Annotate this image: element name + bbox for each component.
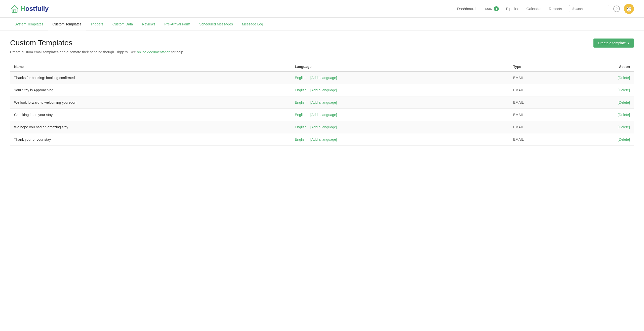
add-language-link[interactable]: [Add a language] <box>310 137 337 141</box>
template-language-cell: English [Add a language] <box>291 121 509 133</box>
svg-point-6 <box>629 8 631 9</box>
delete-link[interactable]: [Delete] <box>618 137 630 141</box>
logo: Hostfully <box>10 4 49 13</box>
help-icon[interactable]: ? <box>613 6 620 12</box>
create-template-button[interactable]: Create a template ▾ <box>593 39 634 48</box>
language-link[interactable]: English <box>295 76 306 80</box>
template-name-cell: We look forward to welcoming you soon <box>10 96 291 109</box>
tab-reviews[interactable]: Reviews <box>137 19 160 30</box>
language-link[interactable]: English <box>295 137 306 141</box>
language-link[interactable]: English <box>295 88 306 92</box>
delete-link[interactable]: [Delete] <box>618 125 630 129</box>
language-link[interactable]: English <box>295 100 306 104</box>
table-row: Thank you for your stay English [Add a l… <box>10 133 634 146</box>
template-name-cell: Thank you for your stay <box>10 133 291 146</box>
template-type-cell: EMAIL <box>509 96 572 109</box>
tab-triggers[interactable]: Triggers <box>86 19 108 30</box>
tab-custom-data[interactable]: Custom Data <box>108 19 138 30</box>
main-content: Custom Templates Create a template ▾ Cre… <box>0 30 644 154</box>
main-nav: Dashboard Inbox 1 Pipeline Calendar Repo… <box>457 6 562 11</box>
language-link[interactable]: English <box>295 125 306 129</box>
avatar[interactable] <box>624 4 634 14</box>
table-row: Checking in on your stay English [Add a … <box>10 109 634 121</box>
templates-table-container: Name Language Type Action Thanks for boo… <box>10 62 634 146</box>
add-language-link[interactable]: [Add a language] <box>310 76 337 80</box>
svg-marker-0 <box>11 5 18 12</box>
template-name-cell: Checking in on your stay <box>10 109 291 121</box>
template-name-cell: We hope you had an amazing stay <box>10 121 291 133</box>
table-row: We look forward to welcoming you soon En… <box>10 96 634 109</box>
template-type: EMAIL <box>513 76 524 80</box>
tabs-bar: System Templates Custom Templates Trigge… <box>0 19 644 30</box>
template-type: EMAIL <box>513 88 524 92</box>
svg-point-5 <box>627 8 628 9</box>
col-header-name: Name <box>10 62 291 71</box>
template-type-cell: EMAIL <box>509 71 572 84</box>
online-documentation-link[interactable]: online documentation <box>137 50 170 54</box>
template-language-cell: English [Add a language] <box>291 84 509 96</box>
template-type: EMAIL <box>513 125 524 129</box>
template-type: EMAIL <box>513 100 524 104</box>
language-link[interactable]: English <box>295 113 306 117</box>
template-type-cell: EMAIL <box>509 133 572 146</box>
add-language-link[interactable]: [Add a language] <box>310 125 337 129</box>
template-action-cell: [Delete] <box>572 84 634 96</box>
delete-link[interactable]: [Delete] <box>618 113 630 117</box>
delete-link[interactable]: [Delete] <box>618 100 630 104</box>
delete-link[interactable]: [Delete] <box>618 76 630 80</box>
template-type-cell: EMAIL <box>509 109 572 121</box>
template-type: EMAIL <box>513 113 524 117</box>
add-language-link[interactable]: [Add a language] <box>310 100 337 104</box>
templates-table: Name Language Type Action Thanks for boo… <box>10 62 634 146</box>
col-header-action: Action <box>572 62 634 71</box>
nav-reports[interactable]: Reports <box>549 7 562 11</box>
template-name-cell: Thanks for booking: booking confirmed <box>10 71 291 84</box>
template-action-cell: [Delete] <box>572 96 634 109</box>
tab-system-templates[interactable]: System Templates <box>10 19 48 30</box>
template-language-cell: English [Add a language] <box>291 96 509 109</box>
tab-pre-arrival-form[interactable]: Pre-Arrival Form <box>160 19 195 30</box>
avatar-icon <box>624 4 633 13</box>
table-row: We hope you had an amazing stay English … <box>10 121 634 133</box>
page-description: Create custom email templates and automa… <box>10 50 634 54</box>
logo-icon <box>10 4 19 13</box>
add-language-link[interactable]: [Add a language] <box>310 113 337 117</box>
page-header: Custom Templates Create a template ▾ <box>10 39 634 48</box>
header-right: ? <box>569 4 634 14</box>
tab-custom-templates[interactable]: Custom Templates <box>48 19 86 30</box>
table-header-row: Name Language Type Action <box>10 62 634 71</box>
template-type-cell: EMAIL <box>509 84 572 96</box>
template-type-cell: EMAIL <box>509 121 572 133</box>
template-action-cell: [Delete] <box>572 109 634 121</box>
nav-pipeline[interactable]: Pipeline <box>506 7 519 11</box>
template-language-cell: English [Add a language] <box>291 133 509 146</box>
header: Hostfully Dashboard Inbox 1 Pipeline Cal… <box>0 0 644 18</box>
template-type: EMAIL <box>513 137 524 141</box>
logo-text: Hostfully <box>21 5 49 13</box>
add-language-link[interactable]: [Add a language] <box>310 88 337 92</box>
tab-message-log[interactable]: Message Log <box>237 19 268 30</box>
search-input[interactable] <box>569 5 609 12</box>
col-header-type: Type <box>509 62 572 71</box>
inbox-badge: 1 <box>494 6 499 11</box>
template-language-cell: English [Add a language] <box>291 109 509 121</box>
template-language-cell: English [Add a language] <box>291 71 509 84</box>
tab-scheduled-messages[interactable]: Scheduled Messages <box>195 19 237 30</box>
page-title: Custom Templates <box>10 39 72 47</box>
template-name-cell: Your Stay is Approaching <box>10 84 291 96</box>
nav-dashboard[interactable]: Dashboard <box>457 7 475 11</box>
table-row: Your Stay is Approaching English [Add a … <box>10 84 634 96</box>
template-action-cell: [Delete] <box>572 133 634 146</box>
delete-link[interactable]: [Delete] <box>618 88 630 92</box>
table-row: Thanks for booking: booking confirmed En… <box>10 71 634 84</box>
template-action-cell: [Delete] <box>572 71 634 84</box>
col-header-language: Language <box>291 62 509 71</box>
template-action-cell: [Delete] <box>572 121 634 133</box>
create-button-arrow: ▾ <box>628 42 629 45</box>
nav-calendar[interactable]: Calendar <box>527 7 542 11</box>
nav-inbox[interactable]: Inbox 1 <box>482 6 499 11</box>
